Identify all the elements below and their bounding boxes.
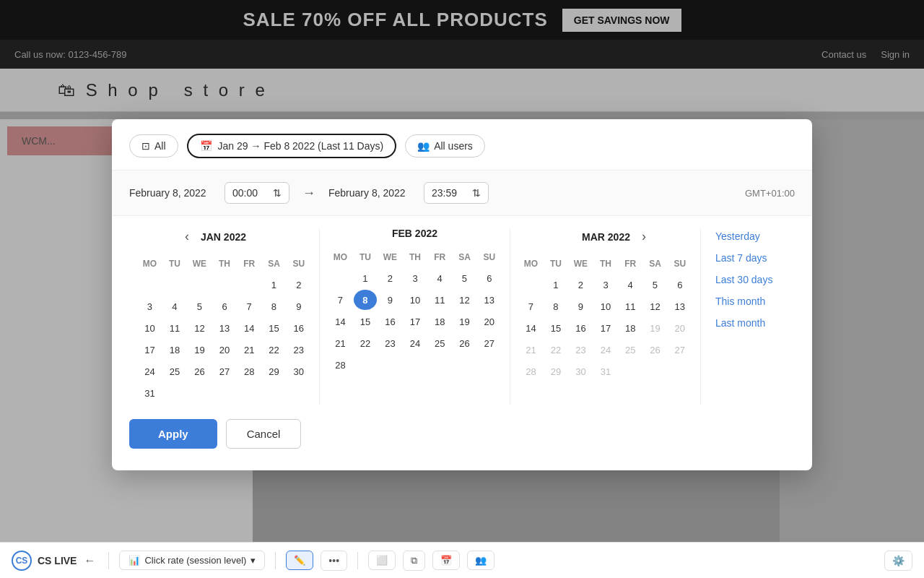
collapse-button[interactable]: ← — [84, 554, 95, 567]
next-month-button[interactable]: › — [637, 228, 650, 246]
calendar-day[interactable]: 24 — [404, 333, 427, 353]
calendar-day[interactable]: 4 — [163, 296, 186, 316]
calendar-day[interactable]: 4 — [428, 268, 451, 288]
cancel-button[interactable]: Cancel — [226, 419, 302, 449]
calendar-day[interactable]: 26 — [453, 333, 476, 353]
calendar-day[interactable]: 21 — [328, 333, 352, 353]
calendar-day[interactable]: 10 — [594, 296, 617, 316]
calendar-day[interactable]: 15 — [354, 311, 377, 332]
calendar-day[interactable]: 5 — [188, 296, 212, 316]
calendar-day[interactable]: 30 — [287, 361, 310, 381]
calendar-day[interactable]: 6 — [213, 296, 236, 316]
calendar-day[interactable]: 2 — [569, 275, 593, 295]
calendar-day[interactable]: 5 — [453, 268, 476, 288]
calendar-day[interactable]: 8 — [354, 290, 377, 310]
calendar-day[interactable]: 18 — [163, 340, 186, 360]
window-button[interactable]: ⬜ — [368, 551, 396, 570]
calendar-day[interactable]: 17 — [138, 340, 162, 360]
calendar-day[interactable]: 18 — [619, 318, 642, 338]
end-time-select[interactable]: 23:59 ⇅ — [424, 182, 489, 204]
calendar-day[interactable]: 18 — [428, 311, 451, 332]
calendar-day[interactable]: 14 — [519, 318, 543, 338]
calendar-day[interactable]: 28 — [237, 361, 261, 381]
calendar-day[interactable]: 11 — [619, 296, 642, 316]
calendar-day[interactable]: 10 — [404, 290, 427, 310]
settings-button[interactable]: ⚙️ — [884, 551, 912, 571]
calendar-day[interactable]: 16 — [287, 318, 310, 338]
calendar-day[interactable]: 22 — [262, 340, 285, 360]
calendar-day[interactable]: 21 — [237, 340, 261, 360]
all-filter-button[interactable]: ⊡ All — [129, 134, 178, 158]
users-filter-button[interactable]: 👥 All users — [405, 134, 485, 158]
calendar-day[interactable]: 10 — [138, 318, 162, 338]
calendar-day[interactable]: 2 — [287, 275, 310, 295]
last-30-days-link[interactable]: Last 30 days — [715, 271, 795, 288]
calendar-day[interactable]: 14 — [237, 318, 261, 338]
calendar-day[interactable]: 12 — [188, 318, 212, 338]
yesterday-link[interactable]: Yesterday — [715, 228, 795, 245]
calendar-day[interactable]: 7 — [328, 290, 352, 310]
calendar-day[interactable]: 31 — [138, 383, 162, 403]
calendar-day[interactable]: 26 — [188, 361, 212, 381]
calendar-day[interactable]: 13 — [478, 290, 501, 310]
calendar-day[interactable]: 23 — [378, 333, 402, 353]
calendar-day[interactable]: 9 — [287, 296, 310, 316]
calendar-day[interactable]: 14 — [328, 311, 352, 332]
calendar-day[interactable]: 17 — [404, 311, 427, 332]
calendar-day[interactable]: 11 — [428, 290, 451, 310]
calendar-day[interactable]: 15 — [262, 318, 285, 338]
calendar-day[interactable]: 7 — [519, 296, 543, 316]
calendar-day[interactable]: 17 — [594, 318, 617, 338]
calendar-day[interactable]: 24 — [138, 361, 162, 381]
calendar-day[interactable]: 19 — [453, 311, 476, 332]
calendar-day[interactable]: 13 — [668, 296, 692, 316]
calendar-day[interactable]: 7 — [237, 296, 261, 316]
edit-button[interactable]: ✏️ — [286, 551, 313, 570]
calendar-day[interactable]: 2 — [378, 268, 402, 288]
calendar-day[interactable]: 12 — [453, 290, 476, 310]
calendar-day[interactable]: 25 — [428, 333, 451, 353]
date-range-button[interactable]: 📅 Jan 29 → Feb 8 2022 (Last 11 Days) — [187, 134, 397, 158]
last-7-days-link[interactable]: Last 7 days — [715, 249, 795, 267]
calendar-day[interactable]: 1 — [262, 275, 285, 295]
calendar-day[interactable]: 1 — [544, 275, 567, 295]
calendar-day[interactable]: 8 — [544, 296, 567, 316]
more-options-button[interactable]: ••• — [321, 551, 347, 571]
calendar-day[interactable]: 27 — [213, 361, 236, 381]
calendar-day[interactable]: 8 — [262, 296, 285, 316]
calendar-day[interactable]: 15 — [544, 318, 567, 338]
calendar-day[interactable]: 3 — [594, 275, 617, 295]
calendar-day[interactable]: 20 — [478, 311, 501, 332]
calendar-day[interactable]: 23 — [287, 340, 310, 360]
calendar-day[interactable]: 5 — [643, 275, 666, 295]
calendar-toolbar-button[interactable]: 📅 — [432, 551, 460, 570]
click-rate-dropdown[interactable]: 📊 Click rate (session level) ▾ — [119, 551, 265, 570]
this-month-link[interactable]: This month — [715, 293, 795, 310]
calendar-day[interactable]: 6 — [668, 275, 692, 295]
calendar-day[interactable]: 4 — [619, 275, 642, 295]
calendar-day[interactable]: 20 — [213, 340, 236, 360]
calendar-day[interactable]: 19 — [188, 340, 212, 360]
calendar-day[interactable]: 22 — [354, 333, 377, 353]
calendar-day[interactable]: 29 — [262, 361, 285, 381]
calendar-day[interactable]: 13 — [213, 318, 236, 338]
calendar-day[interactable]: 16 — [378, 311, 402, 332]
users-toolbar-button[interactable]: 👥 — [467, 551, 494, 570]
calendar-day[interactable]: 9 — [569, 296, 593, 316]
calendar-day[interactable]: 3 — [138, 296, 162, 316]
calendar-day[interactable]: 12 — [643, 296, 666, 316]
prev-month-button[interactable]: ‹ — [180, 228, 193, 246]
calendar-day[interactable]: 3 — [404, 268, 427, 288]
start-time-select[interactable]: 00:00 ⇅ — [225, 182, 289, 204]
calendar-day[interactable]: 1 — [354, 268, 377, 288]
calendar-day[interactable]: 16 — [569, 318, 593, 338]
calendar-day[interactable]: 27 — [478, 333, 501, 353]
calendar-day[interactable]: 11 — [163, 318, 186, 338]
calendar-day[interactable]: 6 — [478, 268, 501, 288]
last-month-link[interactable]: Last month — [715, 314, 795, 332]
calendar-day[interactable]: 28 — [328, 355, 352, 375]
calendar-day[interactable]: 9 — [378, 290, 402, 310]
apply-button[interactable]: Apply — [129, 419, 217, 449]
calendar-day[interactable]: 25 — [163, 361, 186, 381]
split-window-button[interactable]: ⧉ — [403, 551, 425, 571]
